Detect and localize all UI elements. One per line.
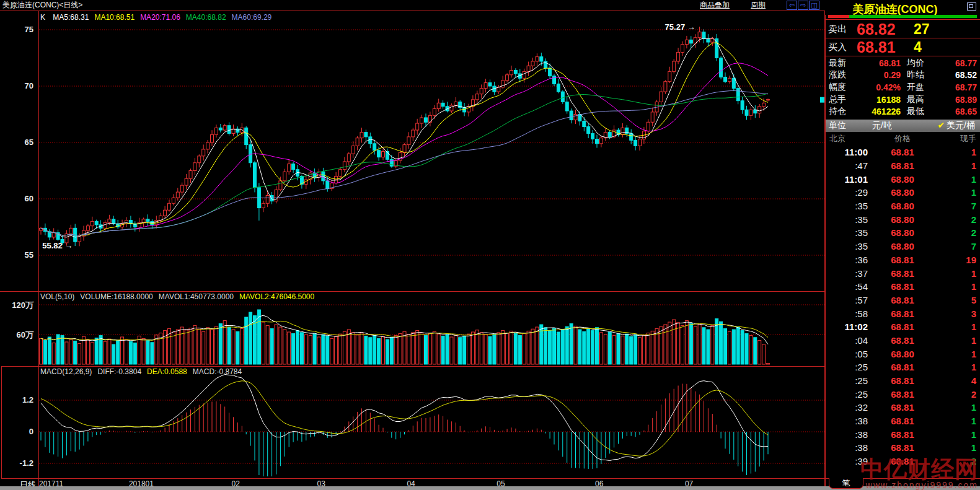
high-price-annotation: 75.27 →	[665, 22, 695, 32]
axis-tick-label: 75	[0, 25, 33, 34]
commodity-overlay-link[interactable]: 商品叠加	[700, 0, 730, 11]
tick-row: :3868.811	[826, 414, 980, 428]
tick-table-header: 北京 价格 现手	[826, 133, 980, 144]
axis-tick-label: 55	[0, 250, 33, 260]
axis-tick-label: 70	[0, 81, 33, 90]
indicator-k-label: K	[40, 13, 45, 22]
unit-option-yuan-ton[interactable]: 元/吨	[872, 120, 892, 131]
tick-row: :5468.811	[826, 280, 980, 294]
titlebar: 美原油连(CONC)<日线> 商品叠加 周期 ⇦ ⇨ ◫	[0, 0, 824, 11]
quote-stat-row: 最新68.81均价68.77	[826, 57, 980, 69]
axis-tick-label: 65	[0, 138, 33, 147]
tick-row: :3568.807	[826, 240, 980, 253]
tick-header-price: 价格	[868, 133, 937, 144]
volume-pane-header: VOL(5,10)VOLUME:16188.0000MAVOL1:450773.…	[40, 292, 320, 301]
tick-row: :5868.813	[826, 307, 980, 320]
indicator-value-label: DIFF:-0.3804	[97, 367, 141, 376]
ratio-bar-green	[849, 15, 977, 18]
ask-qty: 27	[914, 21, 978, 38]
tab-tick-detail[interactable]: 笔	[829, 478, 863, 489]
volume-chart	[0, 291, 824, 366]
bid-price: 68.81	[857, 38, 914, 56]
split-window-icon[interactable]: ◫	[809, 1, 819, 10]
indicator-value-label: MA20:71.06	[140, 13, 180, 22]
indicator-value-label: MA60:69.29	[232, 13, 272, 22]
bid-qty: 4	[914, 39, 978, 56]
indicator-value-label: VOL(5,10)	[40, 292, 74, 301]
quote-stats: 最新68.81均价68.77涨跌0.29昨结68.52幅度0.42%开盘68.7…	[826, 57, 980, 118]
unit-option-usd-barrel[interactable]: ✔美元/桶	[937, 120, 975, 131]
tick-row: :2568.812	[826, 387, 980, 401]
tick-row: :4768.811	[826, 159, 980, 173]
ratio-bar-red	[828, 15, 849, 18]
indicator-value-label: MAVOL1:450773.0000	[159, 292, 234, 301]
candlestick-chart	[0, 11, 824, 291]
indicator-value-label: DEA:0.0588	[147, 367, 187, 376]
main-pane-header: K MA5:68.31MA10:68.51MA20:71.06MA40:68.8…	[40, 13, 277, 22]
window-title: 美原油连(CONC)<日线>	[0, 0, 82, 11]
scroll-left-icon[interactable]: ⇦	[787, 1, 797, 10]
tick-row: :5768.815	[826, 294, 980, 307]
indicator-value-label: MACD(12,26,9)	[40, 367, 92, 376]
period-link[interactable]: 周期	[751, 0, 766, 11]
tick-row: :0468.811	[826, 334, 980, 348]
watermark-url: www.zhongyi9999.com	[860, 481, 978, 489]
axis-tick-label: 1.2	[0, 395, 33, 405]
tick-row: 11:0168.801	[826, 172, 980, 186]
tick-row: :3868.811	[826, 441, 980, 455]
unit-row: 单位 元/吨 ✔美元/桶	[826, 120, 980, 132]
quote-stat-row: 幅度0.42%开盘68.77	[826, 81, 980, 94]
tick-row: :3568.802	[826, 212, 980, 226]
quote-stat-row: 总手16188最高68.89	[826, 94, 980, 106]
tick-header-lots: 现手	[937, 133, 976, 144]
watermark-brand: 中亿财经网	[860, 458, 978, 481]
tick-header-time: 北京	[829, 133, 868, 144]
axis-tick-label: 60	[0, 194, 33, 203]
macd-chart	[0, 366, 824, 478]
indicator-value-label: MACD:-0.8784	[193, 367, 242, 376]
bid-label: 买入	[828, 42, 857, 53]
tick-row: :3668.8119	[826, 253, 980, 267]
tick-row: :3568.802	[826, 226, 980, 240]
ask-row: 卖出 68.82 27	[826, 20, 980, 37]
axis-tick-label: 120万	[0, 300, 33, 311]
check-icon: ✔	[937, 120, 945, 130]
bid-row: 买入 68.81 4	[826, 38, 980, 55]
axis-tick-label: 60万	[0, 330, 33, 341]
axis-tick-label: -1.2	[0, 458, 33, 468]
indicator-value-label: VOLUME:16188.0000	[80, 292, 152, 301]
tick-row: :2968.801	[826, 186, 980, 199]
low-price-annotation: 55.82 →	[42, 241, 73, 250]
ask-price: 68.82	[857, 20, 914, 38]
last-price-marker	[820, 97, 824, 103]
tick-row: :3768.811	[826, 266, 980, 280]
tick-row: 11:0068.811	[826, 146, 980, 159]
quote-stat-row: 涨跌0.29昨结68.52	[826, 69, 980, 82]
unit-label: 单位	[829, 120, 846, 131]
tick-list: 11:0068.811:4768.81111:0168.801:2968.801…	[826, 146, 980, 468]
restore-window-icon[interactable]	[967, 2, 976, 11]
tick-row: 11:0268.811	[826, 320, 980, 334]
buy-sell-ratio-bar	[828, 15, 977, 18]
tick-row: :2568.814	[826, 374, 980, 388]
quote-stat-row: 持仓461226最低68.65	[826, 105, 980, 118]
indicator-value-label: MA5:68.31	[53, 13, 89, 22]
ask-label: 卖出	[828, 24, 857, 35]
tick-row: :2568.811	[826, 361, 980, 374]
tick-row: :3568.807	[826, 199, 980, 213]
scroll-right-icon[interactable]: ⇨	[798, 1, 808, 10]
watermark: 中亿财经网 www.zhongyi9999.com	[860, 458, 978, 489]
tick-row: :3868.811	[826, 427, 980, 441]
indicator-value-label: MAVOL2:476046.5000	[239, 292, 314, 301]
quote-panel: 美原油连(CONC) 卖出 68.82 27 买入 68.81 4 最新68.8…	[826, 0, 980, 490]
tick-row: :3268.811	[826, 401, 980, 414]
axis-tick-label: 0	[0, 427, 33, 436]
tick-row: :0568.801	[826, 347, 980, 361]
xaxis-divider	[1, 478, 824, 479]
macd-pane-header: MACD(12,26,9)DIFF:-0.3804DEA:0.0588MACD:…	[40, 367, 247, 376]
indicator-value-label: MA40:68.82	[186, 13, 226, 22]
indicator-value-label: MA10:68.51	[94, 13, 135, 22]
